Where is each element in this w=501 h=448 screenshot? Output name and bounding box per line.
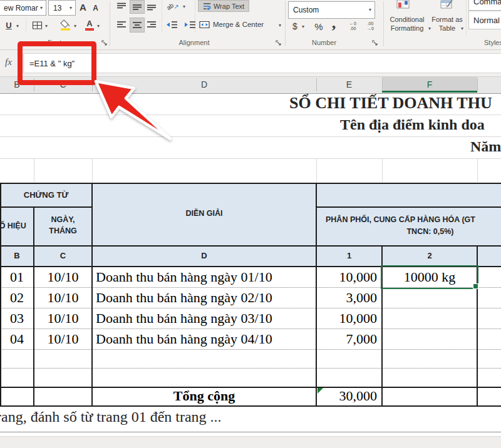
cell-e12[interactable]: 3,000 xyxy=(316,287,377,308)
merge-center-button[interactable]: Merge & Center xyxy=(199,18,277,31)
percent-style-button[interactable]: % xyxy=(312,19,326,33)
divider xyxy=(26,18,26,33)
cell-e13[interactable]: 10,000 xyxy=(316,308,377,328)
column-divider xyxy=(316,78,317,91)
conditional-formatting-label-line1[interactable]: Conditional xyxy=(384,16,430,23)
cell-b12[interactable]: 02 xyxy=(0,287,34,308)
gridline xyxy=(316,159,317,182)
decrease-font-size-button[interactable]: A xyxy=(90,2,101,14)
borders-icon xyxy=(32,21,43,30)
fill-handle[interactable] xyxy=(473,283,478,289)
column-header-e[interactable]: E xyxy=(316,76,382,93)
sheet-year-cell[interactable]: Năm xyxy=(470,138,501,155)
gridline xyxy=(92,159,93,182)
align-right-button[interactable] xyxy=(145,18,158,31)
borders-button[interactable] xyxy=(30,18,44,32)
format-as-table-label-line2[interactable]: Table xyxy=(431,24,463,32)
align-top-button[interactable] xyxy=(115,0,128,13)
header-chung-tu[interactable]: CHỨNG TỪ xyxy=(0,190,92,200)
cell-d11[interactable]: Doanh thu bán hàng ngày 01/10 xyxy=(96,267,315,287)
align-middle-button[interactable] xyxy=(130,0,145,14)
align-left-button[interactable] xyxy=(115,18,128,31)
chevron-down-icon[interactable]: ▾ xyxy=(45,24,48,29)
cell-c12[interactable]: 10/10 xyxy=(34,287,92,308)
chevron-down-icon[interactable]: ▾ xyxy=(279,23,281,28)
header-phan-phoi-line2[interactable]: TNCN: 0,5%) xyxy=(316,227,501,236)
cell-d12[interactable]: Doanh thu bán hàng ngày 02/10 xyxy=(96,287,315,308)
header-phan-phoi-line1[interactable]: PHÂN PHỐI, CUNG CẤP HÀNG HÓA (GT xyxy=(326,215,475,224)
chevron-down-icon[interactable]: ▾ xyxy=(97,24,100,29)
header-dien-giai[interactable]: DIỄN GIẢI xyxy=(92,209,316,218)
alignment-dialog-launcher[interactable] xyxy=(276,38,282,49)
cell-d14[interactable]: Doanh thu bán hàng ngày 04/10 xyxy=(96,328,315,349)
font-name-combo[interactable]: ew Roman▾ xyxy=(0,0,46,16)
increase-font-size-button[interactable]: A xyxy=(77,1,89,14)
merge-center-label: Merge & Center xyxy=(213,21,264,28)
number-dialog-launcher[interactable] xyxy=(372,38,379,49)
style-gallery-item-normal[interactable]: Normal xyxy=(468,11,501,29)
accounting-format-button[interactable]: $ xyxy=(289,19,301,33)
sheet-title-cell[interactable]: SỔ CHI TIẾT DOANH THU xyxy=(289,94,492,113)
header-ngay-thang-line1[interactable]: NGÀY, xyxy=(34,215,92,224)
cell-c14[interactable]: 10/10 xyxy=(34,328,92,349)
increase-indent-button[interactable] xyxy=(182,18,197,31)
decrease-indent-button[interactable] xyxy=(164,18,179,31)
table-border xyxy=(0,206,92,208)
cell-e14[interactable]: 7,000 xyxy=(316,328,377,349)
table-border xyxy=(316,206,501,208)
style-gallery-item-comma[interactable]: Comma xyxy=(468,0,501,11)
align-bottom-button[interactable] xyxy=(145,0,158,13)
wrap-text-icon xyxy=(203,3,211,10)
cell-e11[interactable]: 10,000 xyxy=(316,267,377,287)
comma-style-button[interactable]: , xyxy=(328,15,339,31)
cell-b13[interactable]: 03 xyxy=(0,308,34,328)
format-as-table-label-line1[interactable]: Format as xyxy=(431,16,463,23)
dialog-launcher-icon xyxy=(101,40,108,47)
header-so-hieu[interactable]: SỐ HIỆU xyxy=(0,221,34,230)
total-value-cell[interactable]: 30,000 xyxy=(316,387,377,405)
fx-icon[interactable]: fx xyxy=(5,57,12,68)
chevron-down-icon[interactable]: ▾ xyxy=(74,24,76,29)
decrease-decimal-button[interactable]: .00 →0 xyxy=(363,19,378,33)
underline-button[interactable]: U xyxy=(3,18,15,32)
font-name-value: ew Roman xyxy=(0,4,38,13)
align-center-button[interactable] xyxy=(130,18,145,33)
error-indicator-triangle xyxy=(318,388,323,394)
cell-c13[interactable]: 10/10 xyxy=(34,308,92,328)
column-header-d[interactable]: D xyxy=(92,76,316,93)
group-divider xyxy=(110,1,110,46)
cell-b14[interactable]: 04 xyxy=(0,328,34,349)
fill-color-icon xyxy=(60,19,71,31)
table-row-separator xyxy=(0,368,501,369)
table-border xyxy=(0,183,501,184)
wrap-text-button[interactable]: Wrap Text xyxy=(198,0,249,12)
font-dialog-launcher[interactable] xyxy=(101,38,108,49)
conditional-formatting-label-line2[interactable]: Formatting xyxy=(384,24,430,32)
chevron-down-icon: ▾ xyxy=(68,6,75,11)
orientation-button[interactable]: ab ↗ xyxy=(165,0,180,13)
sheet-subtitle-cell[interactable]: Tên địa điểm kinh doa xyxy=(340,116,485,133)
cell-d13[interactable]: Doanh thu bán hàng ngày 03/10 xyxy=(96,308,315,328)
total-label-cell[interactable]: Tổng cộng xyxy=(92,387,316,405)
cell-b11[interactable]: 01 xyxy=(0,267,34,287)
cell-c11[interactable]: 10/10 xyxy=(34,267,92,287)
colletter-d[interactable]: D xyxy=(92,251,316,260)
font-color-button[interactable]: A xyxy=(83,18,96,33)
chevron-down-icon[interactable]: ▾ xyxy=(461,26,463,31)
increase-decimal-button[interactable]: ←0 .00 xyxy=(345,19,361,33)
chevron-down-icon[interactable]: ▾ xyxy=(16,24,19,29)
align-left-icon xyxy=(116,20,127,29)
chevron-down-icon[interactable]: ▾ xyxy=(302,24,304,29)
colletter-1[interactable]: 1 xyxy=(316,251,382,260)
colletter-2[interactable]: 2 xyxy=(382,251,477,260)
chevron-down-icon[interactable]: ▾ xyxy=(183,4,185,9)
fill-color-button[interactable] xyxy=(59,18,73,32)
colletter-c[interactable]: C xyxy=(34,251,92,260)
header-ngay-thang-line2[interactable]: THÁNG xyxy=(34,227,92,235)
colletter-b[interactable]: B xyxy=(0,251,34,260)
alignment-group-label: Alignment xyxy=(160,39,229,46)
format-as-table-button[interactable] xyxy=(440,0,453,11)
footer-note-cell[interactable]: rang, đánh số từ trang 01 đến trang ... xyxy=(0,409,222,425)
conditional-formatting-button[interactable] xyxy=(396,0,410,11)
font-size-combo[interactable]: 13▾ xyxy=(48,0,76,16)
